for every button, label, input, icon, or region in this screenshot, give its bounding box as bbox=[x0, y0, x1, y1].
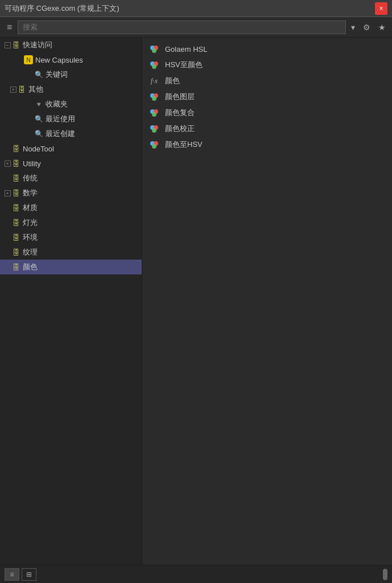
list-item[interactable]: 颜色校正 bbox=[142, 121, 392, 137]
node-label: Golaem HSL bbox=[165, 45, 207, 54]
expand-spacer bbox=[3, 248, 11, 256]
expand-icon: + bbox=[9, 85, 17, 93]
capsule-icon: 🗄 bbox=[11, 233, 20, 242]
color-cluster-icon bbox=[148, 59, 160, 71]
sidebar-item-label: 其他 bbox=[28, 84, 43, 95]
list-view-button[interactable]: ≡ bbox=[5, 568, 19, 581]
list-item[interactable]: Golaem HSL bbox=[142, 41, 392, 57]
expand-spacer bbox=[3, 263, 11, 271]
sidebar-item-recent-created[interactable]: 🔍 最近创建 bbox=[0, 126, 142, 141]
sidebar-item-quick-access[interactable]: − 🗄 快速访问 bbox=[0, 38, 142, 52]
titlebar-title: 可动程序 CGexe.com (常规上下文) bbox=[5, 3, 119, 14]
sidebar-item-environment[interactable]: 🗄 环境 bbox=[0, 230, 142, 245]
sidebar-item-math[interactable]: + 🗄 数学 bbox=[0, 186, 142, 200]
sidebar-item-utility[interactable]: + 🗄 Utility bbox=[0, 156, 142, 171]
expand-spacer bbox=[3, 219, 11, 227]
node-label: 颜色 bbox=[165, 76, 180, 86]
color-cluster-icon bbox=[148, 43, 160, 55]
capsule-icon: 🗄 bbox=[11, 262, 20, 272]
sidebar-item-label: New Capsules bbox=[35, 56, 83, 64]
sidebar-item-label: 收藏夹 bbox=[46, 99, 68, 109]
expand-spacer bbox=[16, 56, 24, 64]
list-item[interactable]: 颜色图层 bbox=[142, 89, 392, 105]
expand-spacer bbox=[26, 100, 34, 108]
new-capsule-icon: N bbox=[24, 55, 33, 64]
sidebar-item-label: Utility bbox=[23, 159, 41, 168]
sidebar-item-color[interactable]: 🗄 颜色 bbox=[0, 260, 142, 274]
svg-point-5 bbox=[152, 64, 156, 69]
list-item[interactable]: f·x 颜色 bbox=[142, 73, 392, 89]
sidebar-item-label: 最近使用 bbox=[46, 114, 75, 124]
sidebar-item-texture[interactable]: 🗄 纹理 bbox=[0, 245, 142, 260]
expand-box-icon: + bbox=[5, 190, 11, 196]
toolbar: ≡ ▾ ⚙ ★ bbox=[0, 17, 392, 38]
sidebar-item-label: 快速访问 bbox=[23, 40, 52, 50]
sidebar-item-label: 数学 bbox=[23, 188, 38, 198]
node-label: 颜色图层 bbox=[165, 92, 195, 102]
bottombar: ≡ ⊞ bbox=[0, 565, 392, 583]
svg-point-2 bbox=[152, 48, 156, 53]
svg-point-8 bbox=[152, 96, 156, 101]
sidebar-item-label: 环境 bbox=[23, 232, 38, 243]
expand-box-icon: + bbox=[5, 161, 11, 167]
grid-view-button[interactable]: ⊞ bbox=[22, 568, 36, 581]
sidebar-item-label: 传统 bbox=[23, 173, 38, 183]
expand-spacer bbox=[3, 145, 11, 153]
color-cluster-icon bbox=[148, 91, 160, 103]
node-label: 颜色复合 bbox=[165, 108, 195, 118]
capsule-icon: 🗄 bbox=[17, 85, 26, 94]
capsule-icon: 🗄 bbox=[11, 203, 20, 212]
menu-button[interactable]: ≡ bbox=[3, 20, 15, 35]
expand-box-icon: − bbox=[5, 42, 11, 48]
svg-point-14 bbox=[152, 128, 156, 133]
expand-spacer bbox=[26, 115, 34, 123]
node-label: 颜色校正 bbox=[165, 124, 195, 134]
expand-spacer bbox=[3, 204, 11, 212]
sidebar-item-material[interactable]: 🗄 材质 bbox=[0, 200, 142, 215]
titlebar: 可动程序 CGexe.com (常规上下文) × bbox=[0, 0, 392, 17]
color-cluster-icon bbox=[148, 138, 160, 151]
capsule-icon: 🗄 bbox=[11, 144, 20, 153]
sidebar-item-traditional[interactable]: 🗄 传统 bbox=[0, 171, 142, 186]
capsule-icon: 🗄 bbox=[11, 188, 20, 198]
sidebar-item-label: 灯光 bbox=[23, 217, 38, 228]
sidebar-item-favorites[interactable]: ♥ 收藏夹 bbox=[0, 97, 142, 112]
sidebar-item-keywords[interactable]: 🔍 关键词 bbox=[0, 67, 142, 82]
color-cluster-icon bbox=[148, 122, 160, 135]
expand-box-icon: + bbox=[10, 87, 16, 93]
sidebar-item-label: 最近创建 bbox=[46, 129, 75, 139]
list-item[interactable]: 颜色复合 bbox=[142, 105, 392, 121]
sidebar-item-label: 材质 bbox=[23, 203, 38, 213]
sidebar-item-recent-used[interactable]: 🔍 最近使用 bbox=[0, 112, 142, 126]
capsule-icon: 🗄 bbox=[11, 40, 20, 50]
capsule-icon: 🗄 bbox=[11, 218, 20, 227]
sidebar-item-new-capsules[interactable]: N New Capsules bbox=[0, 52, 142, 67]
sidebar-item-light[interactable]: 🗄 灯光 bbox=[0, 215, 142, 230]
main-layout: − 🗄 快速访问 N New Capsules 🔍 关键词 + 🗄 其他 bbox=[0, 38, 392, 565]
dropdown-button[interactable]: ▾ bbox=[348, 20, 358, 34]
star-button[interactable]: ★ bbox=[376, 20, 389, 34]
close-button[interactable]: × bbox=[375, 2, 387, 15]
sidebar-item-other[interactable]: + 🗄 其他 bbox=[0, 82, 142, 97]
capsule-icon: 🗄 bbox=[11, 159, 20, 168]
list-item[interactable]: HSV至颜色 bbox=[142, 57, 392, 73]
expand-icon: − bbox=[3, 41, 11, 49]
expand-icon: + bbox=[3, 189, 11, 197]
fx-icon: f·x bbox=[148, 75, 160, 87]
expand-spacer bbox=[26, 71, 34, 79]
scroll-handle[interactable] bbox=[383, 569, 387, 580]
list-item[interactable]: 颜色至HSV bbox=[142, 137, 392, 153]
expand-spacer bbox=[3, 233, 11, 241]
sidebar-item-label: 纹理 bbox=[23, 247, 38, 257]
capsule-icon: 🗄 bbox=[11, 174, 20, 183]
search-input[interactable] bbox=[18, 20, 346, 34]
expand-spacer bbox=[3, 174, 11, 182]
sidebar: − 🗄 快速访问 N New Capsules 🔍 关键词 + 🗄 其他 bbox=[0, 38, 142, 565]
sidebar-item-label: NodeTool bbox=[23, 145, 54, 153]
sidebar-item-nodetool[interactable]: 🗄 NodeTool bbox=[0, 141, 142, 156]
right-panel: Golaem HSL HSV至颜色 f·x 颜色 bbox=[142, 38, 392, 565]
heart-icon: ♥ bbox=[34, 100, 43, 109]
filter-button[interactable]: ⚙ bbox=[360, 20, 373, 34]
svg-point-11 bbox=[152, 112, 156, 117]
color-cluster-icon bbox=[148, 106, 160, 119]
